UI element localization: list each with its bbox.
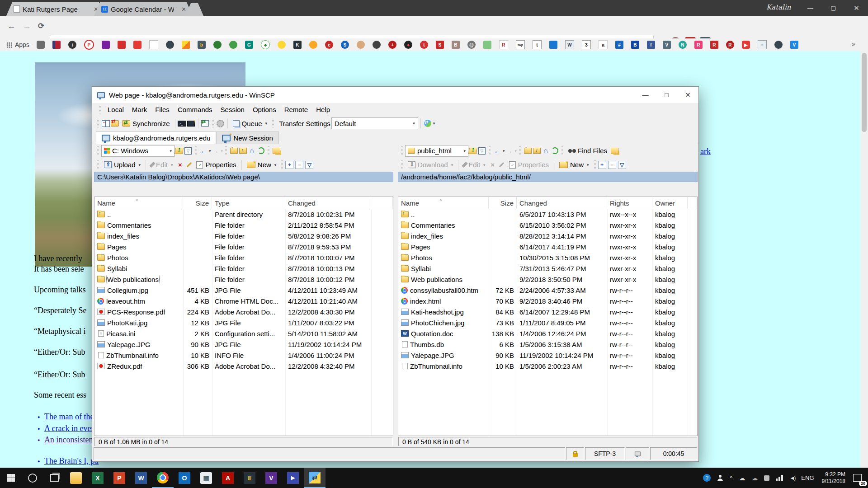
keep-remote-up-to-date-icon[interactable]: [111, 120, 119, 127]
file-row[interactable]: Pages File folder 8/7/2018 9:59:53 PM: [94, 241, 393, 252]
remote-path-bar[interactable]: /andromeda/home/fac2/kbalog/public_html/: [398, 172, 698, 182]
bookmark-favicon[interactable]: i: [68, 41, 76, 49]
tab-close-icon[interactable]: ✕: [179, 6, 188, 13]
column-header-owner[interactable]: Owner: [652, 197, 688, 209]
filter-icon[interactable]: ▽: [184, 147, 192, 155]
task-view-button[interactable]: [43, 468, 65, 488]
panel-splitter[interactable]: [393, 144, 398, 447]
find-files-button[interactable]: Find Files: [566, 145, 610, 157]
parent-directory-icon[interactable]: [230, 148, 238, 154]
menu-item[interactable]: Remote: [280, 106, 312, 113]
volume-tray-button[interactable]: ◄): [786, 468, 798, 488]
bookmark-favicon[interactable]: R: [710, 41, 718, 49]
bookmark-favicon[interactable]: ●: [404, 41, 412, 49]
file-row[interactable]: .. Parent directory 8/7/2018 10:02:31 PM: [94, 209, 393, 220]
root-directory-icon[interactable]: /: [533, 148, 541, 154]
column-header-name[interactable]: Name^: [94, 197, 183, 209]
preferences-gear-icon[interactable]: [217, 120, 224, 127]
file-row[interactable]: Thumbs.db 6 KB 1/5/2006 3:15:38 AM rw-r-…: [398, 339, 697, 350]
bookmark-favicon[interactable]: t: [533, 40, 542, 49]
file-row[interactable]: ZbThumbnail.info 10 KB 1/5/2006 2:00:23 …: [398, 361, 697, 371]
file-row[interactable]: .. 6/5/2017 10:43:13 PM rwx--x--x kbalog: [398, 209, 697, 220]
file-row[interactable]: index_files 8/28/2012 3:14:14 PM rwxr-xr…: [398, 230, 697, 241]
taskbar-app[interactable]: |||: [239, 468, 260, 488]
column-header-changed[interactable]: Changed: [285, 197, 371, 209]
bookmark-favicon[interactable]: ▶: [742, 41, 750, 49]
root-directory-icon[interactable]: \: [239, 148, 247, 154]
transfer-settings-dropdown[interactable]: Default ▾: [331, 117, 418, 129]
file-row[interactable]: Commentaries 6/15/2010 3:56:02 PM rwxr-x…: [398, 220, 697, 230]
file-row[interactable]: conssyllabusfall00.htm 72 KB 2/24/2006 4…: [398, 285, 697, 296]
column-header-size[interactable]: Size: [489, 197, 517, 209]
rename-pencil-icon[interactable]: [187, 162, 192, 167]
edit-button[interactable]: Edit▾: [461, 159, 488, 171]
bookmark-favicon[interactable]: [52, 41, 61, 49]
local-drive-dropdown[interactable]: C: Windows ▾: [101, 145, 175, 157]
taskbar-app[interactable]: W: [130, 468, 152, 488]
bookmark-favicon[interactable]: t: [420, 41, 428, 49]
file-row[interactable]: leaveout.htm 4 KB Chrome HTML Doc... 4/1…: [94, 296, 393, 306]
apps-shortcut[interactable]: Apps: [6, 41, 29, 48]
open-directory-icon[interactable]: [175, 148, 184, 154]
new-session-tab[interactable]: New Session: [216, 131, 279, 144]
bookmark-favicon[interactable]: [118, 41, 126, 49]
back-icon[interactable]: ←: [199, 147, 208, 155]
bookmark-favicon[interactable]: +: [388, 41, 396, 49]
open-directory-icon[interactable]: [468, 148, 477, 154]
people-tray-button[interactable]: [714, 468, 726, 488]
bookmark-favicon[interactable]: V: [790, 41, 798, 49]
network-tray-button[interactable]: [773, 468, 786, 488]
bookmark-favicon[interactable]: [229, 41, 237, 49]
bookmark-favicon[interactable]: [182, 41, 190, 49]
file-row[interactable]: Quotation.doc 138 KB 1/4/2006 12:46:24 P…: [398, 328, 697, 339]
close-button[interactable]: ✕: [677, 87, 698, 103]
bookmark-favicon[interactable]: [166, 41, 174, 49]
bookmark-favicon[interactable]: R: [694, 41, 703, 49]
taskbar-app[interactable]: ▶: [282, 468, 304, 488]
column-header-rights[interactable]: Rights: [607, 197, 652, 209]
bookmark-favicon[interactable]: V: [663, 41, 671, 49]
taskbar-app[interactable]: A: [217, 468, 239, 488]
protocol-cell[interactable]: SFTP-3: [585, 447, 625, 460]
help-tray-button[interactable]: ?: [700, 468, 714, 488]
taskbar-clock[interactable]: 9:32 PM 9/11/2018: [817, 471, 850, 485]
session-status-cell[interactable]: [626, 447, 649, 460]
close-button[interactable]: ✕: [845, 0, 868, 16]
file-row[interactable]: Collegium.jpg 451 KB JPG File 4/12/2011 …: [94, 285, 393, 296]
forward-history-arrow[interactable]: ▾: [515, 149, 517, 153]
filter-icon[interactable]: ▽: [478, 147, 486, 155]
bookmark-favicon[interactable]: R: [499, 40, 508, 49]
bookmark-favicon[interactable]: [213, 41, 222, 49]
bookmark-favicon[interactable]: [373, 41, 381, 49]
file-row[interactable]: Yalepage.JPG 90 KB JPG File 11/19/2002 1…: [94, 339, 393, 350]
properties-button[interactable]: Properties: [193, 159, 239, 171]
open-terminal-icon[interactable]: [187, 121, 195, 127]
local-path-bar[interactable]: C:\Users\Katalin Balog\Dropbox\AKatidocs…: [94, 172, 393, 182]
bookmark-favicon[interactable]: f: [647, 41, 655, 49]
directory-tree-icon[interactable]: [273, 148, 280, 154]
select-remove-icon[interactable]: −: [295, 161, 303, 169]
cloud-tray-button[interactable]: ☁: [736, 468, 748, 488]
bookmark-favicon[interactable]: K: [293, 41, 302, 49]
column-header-size[interactable]: Size: [183, 197, 212, 209]
dropdown-arrow-icon[interactable]: ▾: [433, 121, 435, 126]
menu-item[interactable]: Commands: [174, 106, 217, 113]
home-directory-icon[interactable]: ⌂: [247, 147, 256, 155]
bookmark-favicon[interactable]: G: [245, 41, 253, 49]
file-row[interactable]: PhotoChichen.jpg 73 KB 1/11/2007 8:49:05…: [398, 317, 697, 328]
bookmark-favicon[interactable]: c: [325, 41, 333, 49]
transfer-options-icon[interactable]: [424, 120, 431, 127]
delete-icon[interactable]: ×: [488, 161, 497, 169]
file-row[interactable]: Web publications File folder 8/7/2018 10…: [94, 274, 393, 285]
refresh-panels-icon[interactable]: [201, 120, 209, 127]
bookmark-favicon[interactable]: [102, 41, 110, 49]
back-icon[interactable]: ←: [493, 147, 502, 155]
menu-item[interactable]: Local: [104, 106, 128, 113]
bookmark-favicon[interactable]: [278, 41, 286, 49]
minimize-button[interactable]: —: [635, 87, 656, 103]
forward-icon[interactable]: →: [505, 147, 514, 155]
file-row[interactable]: Picasa.ini 2 KB Configuration setti... 5…: [94, 328, 393, 339]
action-center-button[interactable]: 20: [850, 468, 868, 488]
file-row[interactable]: ZbThumbnail.info 10 KB INFO File 1/4/200…: [94, 350, 393, 361]
parent-directory-icon[interactable]: [524, 148, 532, 154]
